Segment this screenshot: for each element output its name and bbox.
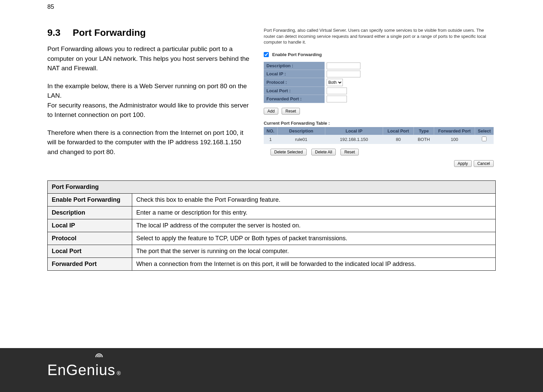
enable-port-forwarding-checkbox[interactable]: [264, 52, 269, 57]
th-local-ip: Local IP: [325, 127, 383, 135]
paragraph-2: In the example below, there is a Web Ser…: [47, 81, 254, 120]
description-table: Port Forwarding Enable Port Forwarding C…: [47, 180, 496, 271]
th-local-port: Local Port: [383, 127, 414, 135]
desc-field-name: Local IP: [48, 219, 132, 232]
desc-table-title: Port Forwarding: [48, 181, 496, 194]
th-no: NO.: [264, 127, 277, 135]
desc-field-text: When a connection from the Internet is o…: [132, 258, 496, 271]
desc-field-name: Forwarded Port: [48, 258, 132, 271]
desc-field-name: Description: [48, 206, 132, 219]
label-forwarded-port: Forwarded Port :: [264, 95, 325, 103]
wifi-icon: [95, 352, 103, 358]
protocol-select[interactable]: Both TCP UDP: [327, 79, 343, 86]
cell-no: 1: [264, 135, 277, 144]
config-screenshot: Port Forwarding, also called Virtual Ser…: [264, 27, 494, 167]
reset-table-button[interactable]: Reset: [340, 149, 358, 155]
label-protocol: Protocol :: [264, 78, 325, 87]
th-description: Description: [277, 127, 325, 135]
delete-selected-button[interactable]: Delete Selected: [270, 149, 307, 155]
current-table-title: Current Port Forwarding Table :: [264, 121, 494, 126]
local-ip-input[interactable]: [327, 71, 360, 77]
desc-field-text: Select to apply the feature to TCP, UDP …: [132, 232, 496, 245]
current-port-forwarding-table: NO. Description Local IP Local Port Type…: [264, 127, 494, 144]
cell-local-ip: 192.168.1.150: [325, 135, 383, 144]
desc-field-text: Enter a name or description for this ent…: [132, 206, 496, 219]
paragraph-3: Therefore when there is a connection fro…: [47, 128, 254, 157]
desc-field-name: Protocol: [48, 232, 132, 245]
label-local-port: Local Port :: [264, 87, 325, 95]
desc-field-text: The port that the server is running on t…: [132, 245, 496, 258]
page-number: 85: [47, 3, 496, 10]
label-local-ip: Local IP :: [264, 70, 325, 78]
forwarded-port-input[interactable]: [327, 96, 347, 102]
cell-local-port: 80: [383, 135, 414, 144]
apply-button[interactable]: Apply: [454, 160, 472, 167]
th-select: Select: [475, 127, 494, 135]
paragraph-1: Port Forwarding allows you to redirect a…: [47, 44, 254, 73]
add-button[interactable]: Add: [264, 108, 278, 115]
row-select-checkbox[interactable]: [482, 137, 487, 141]
section-heading: 9.3Port Forwarding: [47, 27, 254, 38]
port-forwarding-form: Description : Local IP : Protocol : Both…: [264, 62, 369, 103]
table-row: 1 rule01 192.168.1.150 80 BOTH 100: [264, 135, 494, 144]
footer: EnGeni us®: [0, 348, 543, 392]
screenshot-intro: Port Forwarding, also called Virtual Ser…: [264, 27, 494, 45]
cell-type: BOTH: [414, 135, 434, 144]
reset-button[interactable]: Reset: [282, 108, 300, 115]
th-forwarded-port: Forwarded Port: [434, 127, 475, 135]
enable-port-forwarding-label: Enable Port Forwarding: [272, 52, 322, 57]
brand-logo: EnGeni us®: [47, 362, 121, 378]
description-input[interactable]: [327, 63, 360, 69]
label-description: Description :: [264, 62, 325, 70]
cell-forwarded-port: 100: [434, 135, 475, 144]
section-number: 9.3: [47, 27, 73, 38]
desc-field-text: The local IP address of the computer the…: [132, 219, 496, 232]
delete-all-button[interactable]: Delete All: [311, 149, 336, 155]
section-title-text: Port Forwarding: [73, 27, 146, 38]
th-type: Type: [414, 127, 434, 135]
cell-description: rule01: [277, 135, 325, 144]
desc-field-name: Local Port: [48, 245, 132, 258]
local-port-input[interactable]: [327, 88, 347, 94]
desc-field-name: Enable Port Forwarding: [48, 194, 132, 206]
cancel-button[interactable]: Cancel: [474, 160, 494, 167]
desc-field-text: Check this box to enable the Port Forwar…: [132, 194, 496, 206]
